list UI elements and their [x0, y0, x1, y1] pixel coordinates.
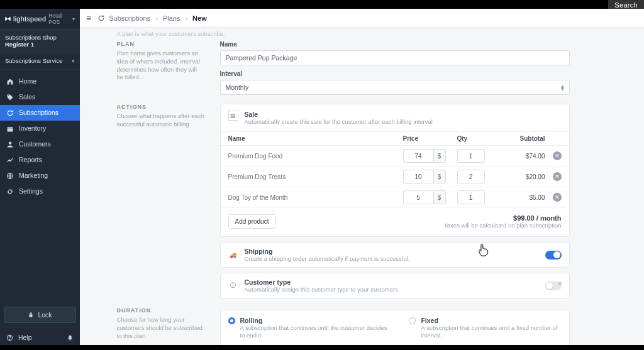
- qty-input[interactable]: [457, 170, 485, 183]
- radio-icon: [409, 317, 416, 324]
- sidebar-item-label: Sales: [19, 94, 35, 101]
- box-icon: [6, 125, 14, 133]
- sidebar-item-inventory[interactable]: Inventory: [0, 121, 80, 136]
- row-subtotal: $5.00: [500, 194, 545, 201]
- lock-button[interactable]: Lock: [4, 307, 76, 323]
- col-name: Name: [228, 135, 401, 142]
- service-selector[interactable]: Subscriptions Service ▾: [0, 53, 80, 70]
- brand-wordmark: lightspeed: [13, 15, 46, 23]
- col-qty: Qty: [457, 135, 497, 142]
- col-price: Price: [403, 135, 455, 142]
- section-title-duration: DURATION: [117, 307, 205, 314]
- add-product-button[interactable]: Add product: [228, 214, 276, 229]
- breadcrumb-mid[interactable]: Plans: [163, 14, 180, 22]
- tag-icon: [6, 94, 14, 101]
- price-input[interactable]: [403, 149, 433, 163]
- price-input[interactable]: [403, 170, 433, 183]
- sidebar: lightspeed Retail POS ▾ Subscriptions Sh…: [0, 9, 80, 345]
- refresh-icon: [97, 14, 105, 22]
- product-name: Premium Dog Treats: [228, 173, 401, 180]
- interval-label: Interval: [220, 70, 570, 77]
- remove-row-button[interactable]: ✕: [553, 172, 562, 181]
- help-label: Help: [18, 334, 32, 341]
- close-icon: ✕: [555, 173, 560, 180]
- primary-nav: Home Sales Subscriptions Inventory Custo…: [0, 70, 80, 303]
- truck-icon: 🚚: [228, 250, 238, 260]
- shipping-toggle[interactable]: [545, 251, 562, 260]
- customer-type-toggle[interactable]: [545, 282, 562, 290]
- chevron-right-icon: ›: [155, 14, 158, 22]
- chevron-down-icon: ▾: [72, 58, 75, 64]
- info-icon: ⓘ: [228, 281, 238, 291]
- app-bar: ≡ Subscriptions › Plans › New: [80, 9, 644, 28]
- row-subtotal: $74.00: [500, 153, 545, 160]
- remove-row-button[interactable]: ✕: [553, 193, 562, 202]
- currency-symbol: $: [433, 170, 446, 183]
- help-row[interactable]: Help: [0, 327, 80, 345]
- price-input[interactable]: [403, 190, 433, 204]
- sidebar-item-label: Reports: [19, 156, 42, 163]
- sidebar-item-settings[interactable]: Settings: [0, 183, 80, 199]
- name-label: Name: [220, 41, 570, 48]
- customer-type-title: Customer type: [245, 278, 400, 286]
- sale-subtitle: Automatically create this sale for the c…: [245, 118, 433, 125]
- rolling-desc: A subscription that continues until the …: [240, 324, 392, 340]
- currency-symbol: $: [433, 149, 446, 163]
- sidebar-item-subscriptions[interactable]: Subscriptions: [0, 105, 80, 121]
- plan-total: $99.00 / month: [444, 214, 561, 222]
- chart-icon: [6, 156, 14, 164]
- interval-select[interactable]: Monthly ▴▾: [220, 80, 570, 95]
- customer-type-toggle-row: ⓘ Customer type Automatically assign thi…: [220, 273, 570, 298]
- chevron-down-icon: ▾: [72, 16, 75, 22]
- shipping-title: Shipping: [245, 248, 410, 255]
- remove-row-button[interactable]: ✕: [553, 151, 562, 160]
- brand-block[interactable]: lightspeed Retail POS ▾: [0, 9, 80, 30]
- currency-symbol: $: [433, 190, 446, 204]
- sidebar-item-label: Subscriptions: [19, 109, 58, 116]
- menu-icon[interactable]: ≡: [86, 13, 91, 23]
- close-icon: ✕: [555, 194, 560, 200]
- col-subtotal: Subtotal: [500, 135, 545, 142]
- sale-title: Sale: [245, 111, 433, 118]
- truncated-header-note: A plan is what your customers subscribe.: [117, 28, 570, 41]
- gear-icon: [6, 188, 14, 195]
- customer-type-subtitle: Automatically assign this customer type …: [245, 286, 400, 293]
- shop-block[interactable]: Subscriptions Shop Register 1: [0, 30, 80, 53]
- sidebar-item-marketing[interactable]: Marketing: [0, 168, 80, 183]
- radio-icon: [228, 317, 235, 324]
- svg-point-0: [9, 141, 12, 145]
- section-desc-duration: Choose for how long your customers shoul…: [117, 316, 205, 340]
- svg-point-3: [9, 339, 10, 339]
- lightspeed-logo-icon: [5, 15, 11, 23]
- plan-name-input[interactable]: [220, 50, 570, 65]
- tax-note: Taxes will be calculated on plan subscri…: [444, 222, 561, 229]
- user-icon: [6, 141, 14, 148]
- table-row: Premium Dog Food $ $74.00 ✕: [221, 146, 569, 167]
- breadcrumb-root[interactable]: Subscriptions: [109, 14, 150, 22]
- products-table-header: Name Price Qty Subtotal: [221, 132, 569, 146]
- sidebar-item-reports[interactable]: Reports: [0, 152, 80, 168]
- breadcrumb-leaf: New: [192, 14, 207, 22]
- qty-input[interactable]: [457, 190, 485, 204]
- table-row: Premium Dog Treats $ $20.00 ✕: [221, 167, 569, 187]
- sidebar-item-label: Customers: [19, 141, 51, 148]
- sidebar-item-customers[interactable]: Customers: [0, 136, 80, 152]
- duration-option-rolling[interactable]: Rolling A subscription that continues un…: [228, 317, 392, 340]
- shipping-subtitle: Create a shipping order automatically if…: [245, 255, 410, 262]
- receipt-icon: ▤: [228, 111, 238, 121]
- chevron-right-icon: ›: [185, 14, 187, 22]
- register-name: Register 1: [5, 41, 75, 48]
- product-name: Premium Dog Food: [228, 153, 401, 160]
- qty-input[interactable]: [457, 149, 485, 163]
- help-icon: [6, 334, 13, 341]
- duration-option-fixed[interactable]: Fixed A subscription that continues unti…: [409, 317, 561, 340]
- lock-label: Lock: [38, 311, 52, 319]
- sidebar-item-sales[interactable]: Sales: [0, 89, 80, 105]
- row-subtotal: $20.00: [500, 173, 545, 180]
- bell-icon[interactable]: [67, 334, 74, 341]
- shipping-toggle-row: 🚚 Shipping Create a shipping order autom…: [220, 242, 570, 268]
- section-desc-actions: Choose what happens after each successfu…: [117, 112, 205, 129]
- sidebar-item-home[interactable]: Home: [0, 74, 80, 89]
- section-desc-plan: Plan name gives customers an idea of wha…: [117, 50, 205, 82]
- fixed-desc: A subscription that continues until a fi…: [421, 324, 561, 340]
